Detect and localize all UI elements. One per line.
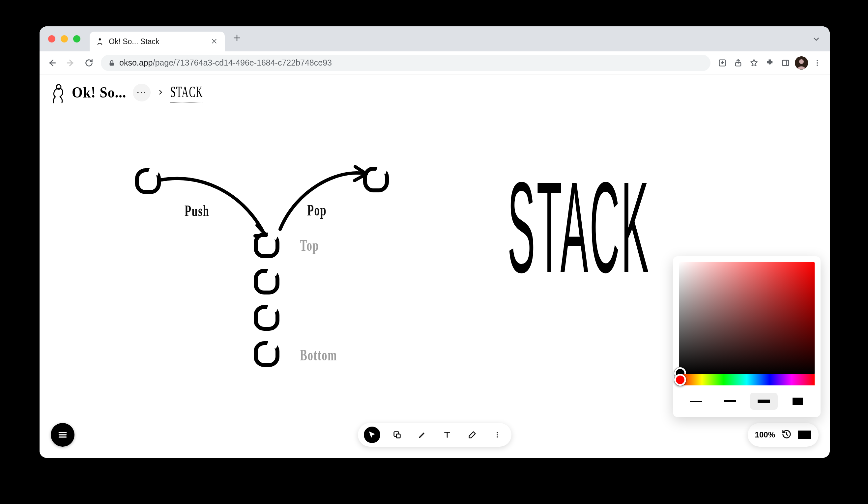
color-sv-field[interactable] (679, 262, 815, 374)
menu-fab[interactable] (51, 423, 74, 447)
svg-rect-13 (396, 434, 400, 438)
stack-node-2 (254, 269, 279, 294)
svg-point-14 (497, 432, 498, 433)
back-icon[interactable] (45, 56, 59, 70)
drawing-toolbar (358, 423, 512, 447)
side-panel-icon[interactable] (779, 56, 792, 70)
zoom-bar: 100% (748, 423, 818, 447)
tool-eraser[interactable] (464, 427, 480, 443)
bookmark-star-icon[interactable] (747, 56, 761, 70)
tab-close-icon[interactable] (211, 36, 217, 47)
color-picker-popover (673, 256, 820, 417)
tab-overflow-icon[interactable] (812, 35, 820, 45)
push-arrow-icon (158, 170, 277, 242)
tab-strip: Ok! So... Stack (40, 27, 830, 51)
svg-rect-1 (110, 63, 114, 65)
label-push: Push (185, 202, 209, 220)
profile-avatar[interactable] (795, 56, 808, 70)
thinker-icon (48, 81, 67, 104)
kebab-menu-icon[interactable] (811, 56, 824, 70)
shape-icon (392, 430, 402, 439)
install-app-icon[interactable] (716, 56, 729, 70)
drawing-canvas[interactable]: STACK Push Pop Top Bottom (40, 111, 830, 458)
browser-tab[interactable]: Ok! So... Stack (90, 32, 225, 51)
window-maximize-icon[interactable] (73, 35, 80, 42)
svg-point-0 (99, 38, 101, 41)
canvas-title: STACK (507, 154, 650, 302)
browser-toolbar: okso.app/page/713764a3-cd14-496e-1684-c7… (40, 51, 830, 74)
app-header: Ok! So... ··· Stack (40, 74, 830, 111)
history-icon[interactable] (782, 429, 792, 440)
lock-icon (108, 60, 115, 66)
more-vertical-icon (494, 431, 501, 439)
tool-more[interactable] (489, 427, 506, 443)
breadcrumb-current[interactable]: Stack (170, 82, 203, 103)
tool-pen[interactable] (414, 427, 430, 443)
app-logo[interactable]: Ok! So... (48, 81, 126, 104)
current-color-swatch[interactable] (798, 431, 811, 439)
stroke-size-sm[interactable] (716, 393, 744, 410)
stroke-size-md[interactable] (750, 393, 778, 410)
hamburger-icon (57, 430, 68, 440)
stack-node-bottom (254, 341, 279, 367)
breadcrumb-separator-icon (157, 88, 164, 98)
svg-point-9 (817, 62, 818, 64)
tab-favicon-icon (95, 37, 104, 46)
svg-point-16 (497, 437, 498, 438)
breadcrumb-root-button[interactable]: ··· (133, 84, 151, 102)
label-pop: Pop (307, 201, 327, 219)
stroke-size-group (679, 393, 815, 410)
reload-icon[interactable] (82, 56, 95, 70)
color-hue-slider[interactable] (679, 374, 815, 386)
tab-title: Ok! So... Stack (109, 37, 159, 46)
svg-point-8 (817, 60, 818, 61)
stroke-size-xs[interactable] (682, 393, 710, 410)
text-icon (443, 431, 452, 439)
browser-window: Ok! So... Stack (40, 27, 830, 458)
forward-icon[interactable] (64, 56, 77, 70)
stack-node-incoming (135, 168, 161, 194)
tool-text[interactable] (439, 427, 455, 443)
label-bottom: Bottom (300, 346, 337, 364)
svg-point-10 (817, 65, 818, 66)
svg-rect-4 (783, 60, 789, 65)
svg-point-15 (497, 434, 498, 435)
color-hue-thumb[interactable] (674, 374, 686, 386)
stack-node-3 (254, 305, 279, 331)
pop-arrow-icon (277, 164, 376, 233)
cursor-icon (368, 430, 377, 439)
window-close-icon[interactable] (48, 35, 55, 42)
svg-point-7 (799, 59, 804, 64)
address-bar[interactable]: okso.app/page/713764a3-cd14-496e-1684-c7… (101, 55, 711, 71)
extensions-icon[interactable] (763, 56, 776, 70)
pencil-icon (418, 431, 426, 439)
tool-select[interactable] (364, 427, 380, 443)
stroke-size-lg[interactable] (784, 393, 812, 410)
new-tab-icon[interactable] (232, 33, 241, 44)
share-icon[interactable] (732, 56, 745, 70)
window-traffic-lights (48, 35, 80, 42)
app-logo-text: Ok! So... (72, 84, 126, 102)
eraser-icon (468, 430, 477, 439)
label-top: Top (300, 236, 319, 254)
window-minimize-icon[interactable] (61, 35, 68, 42)
zoom-level[interactable]: 100% (755, 430, 775, 439)
tool-shape[interactable] (389, 427, 405, 443)
url-text: okso.app/page/713764a3-cd14-496e-1684-c7… (119, 58, 332, 67)
